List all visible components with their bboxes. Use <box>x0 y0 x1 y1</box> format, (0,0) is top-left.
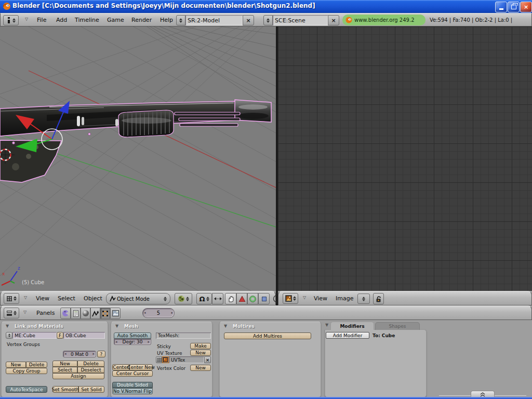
decrement-icon[interactable]: ◂ <box>64 352 66 356</box>
scene-name-field[interactable]: SCE:Scene <box>273 15 328 25</box>
update-lock-button[interactable] <box>373 293 384 304</box>
uvtex-grid-button[interactable] <box>156 356 162 363</box>
panel-collapse-icon[interactable]: ▼ <box>115 324 118 328</box>
screen-name-field[interactable]: SR:2-Model <box>185 15 243 25</box>
translate-manipulator-button[interactable] <box>236 293 247 304</box>
mesh-browse-button[interactable] <box>6 332 12 339</box>
collapse-header-icon[interactable]: ▽ <box>23 310 26 314</box>
object-name-field[interactable]: OB:Cube <box>63 332 105 339</box>
screen-browse-button[interactable] <box>176 15 185 25</box>
logic-context-button[interactable] <box>60 308 71 319</box>
material-help-button[interactable]: ? <box>97 351 105 357</box>
clipped-header-icon[interactable] <box>272 294 276 303</box>
auto-smooth-toggle[interactable]: Auto Smooth <box>114 332 151 339</box>
scale-manipulator-button[interactable] <box>258 293 270 304</box>
editor-type-buttons[interactable] <box>4 308 19 318</box>
3d-viewport[interactable]: x z (5) Cube <box>0 26 276 291</box>
shading-context-button[interactable] <box>81 308 90 319</box>
image-browse-dropdown[interactable] <box>357 294 370 304</box>
panel-title[interactable]: Multires <box>233 324 255 329</box>
menu-panels[interactable]: Panels <box>36 310 55 316</box>
menu-view[interactable]: View <box>36 295 49 302</box>
menu-help[interactable]: Help <box>160 17 173 23</box>
new-vgroup-button[interactable]: New <box>6 362 26 368</box>
taskbar-strip[interactable] <box>0 397 532 399</box>
panel-collapse-icon[interactable]: ▼ <box>6 324 9 328</box>
add-modifier-button[interactable]: Add Modifier <box>326 332 369 339</box>
editing-context-button-active[interactable] <box>100 308 110 319</box>
restore-button[interactable] <box>508 2 520 12</box>
version-badge[interactable]: www.blender.org 249.2 <box>342 15 425 25</box>
panel-title[interactable]: Mesh <box>124 324 138 329</box>
menu-select[interactable]: Select <box>58 295 75 302</box>
mesh-name-field[interactable]: ME:Cube <box>12 332 57 339</box>
material-index-field[interactable]: ◂ 0 Mat 0 ▸ <box>63 351 96 357</box>
tab-modifiers[interactable]: Modifiers <box>330 322 374 330</box>
rotate-manipulator-button[interactable] <box>247 293 258 304</box>
uvtex-name-field[interactable]: UVTex <box>169 356 204 363</box>
delete-vgroup-button[interactable]: Delete <box>26 362 47 368</box>
degrees-field[interactable]: ◂ Degr: 30 ▸ <box>114 339 151 345</box>
increment-icon[interactable]: ▸ <box>148 340 150 344</box>
tab-shapes[interactable]: Shapes <box>375 322 420 330</box>
menu-add[interactable]: Add <box>56 17 67 23</box>
titlebar[interactable]: Blender [C:\Documents and Settings\Joeyy… <box>0 0 532 13</box>
object-context-button[interactable] <box>90 308 100 319</box>
script-context-button[interactable] <box>71 308 81 319</box>
increment-icon[interactable]: ▸ <box>92 352 95 356</box>
set-smooth-button[interactable]: Set Smooth <box>52 386 78 393</box>
decrement-icon[interactable]: ◂ <box>115 340 117 344</box>
center-cursor-button[interactable]: Center Cursor <box>112 370 153 377</box>
new-vertex-color-button[interactable]: New <box>190 365 211 371</box>
set-solid-button[interactable]: Set Solid <box>78 386 104 393</box>
frame-number-field[interactable]: ◂ 5 ▸ <box>142 308 175 318</box>
copy-group-button[interactable]: Copy Group <box>6 368 47 374</box>
menu-object[interactable]: Object <box>84 295 102 302</box>
decrement-icon[interactable]: ◂ <box>144 311 146 315</box>
new-material-button[interactable]: New <box>52 361 77 367</box>
increment-icon[interactable]: ▸ <box>171 311 173 315</box>
assign-button[interactable]: Assign <box>52 373 104 379</box>
no-vnormal-flip-toggle[interactable]: No V.Normal Flip <box>112 388 153 394</box>
panel-title[interactable]: Link and Materials <box>15 324 63 329</box>
center-button[interactable]: Center <box>112 364 129 370</box>
menu-game[interactable]: Game <box>107 17 124 23</box>
editor-type-image[interactable] <box>283 293 298 304</box>
delete-uvtex-button[interactable]: × <box>204 356 211 363</box>
make-sticky-button[interactable]: Make <box>190 343 211 349</box>
autotexspace-toggle[interactable]: AutoTexSpace <box>6 386 47 393</box>
fake-user-button[interactable]: F <box>57 332 63 339</box>
add-multires-button[interactable]: Add Multires <box>224 332 311 339</box>
minimize-button[interactable] <box>495 2 507 12</box>
collapse-header-icon[interactable]: ▽ <box>25 17 28 21</box>
mode-dropdown[interactable]: Object Mode <box>106 293 170 304</box>
menu-file[interactable]: File <box>37 17 46 23</box>
delete-material-button[interactable]: Delete <box>77 361 104 367</box>
screen-delete-button[interactable]: × <box>243 15 254 25</box>
select-button[interactable]: Select <box>52 367 77 373</box>
menu-view[interactable]: View <box>314 295 327 302</box>
draw-type-dropdown[interactable] <box>175 293 192 304</box>
hand-tool-button[interactable] <box>225 293 236 304</box>
uv-image-viewport[interactable] <box>278 26 532 291</box>
editor-type-3dview[interactable] <box>4 293 19 304</box>
pivot-dropdown[interactable]: Ω <box>196 293 212 304</box>
panel-collapse-icon[interactable]: ▼ <box>224 324 227 328</box>
panel-collapse-icon[interactable]: ▼ <box>325 323 328 327</box>
texmesh-field[interactable]: TexMesh: <box>156 332 211 339</box>
scene-browse-button[interactable] <box>263 15 273 25</box>
menu-timeline[interactable]: Timeline <box>75 17 99 23</box>
window-type-selector[interactable] <box>3 15 19 25</box>
new-uv-texture-button[interactable]: New <box>190 350 211 356</box>
scene-delete-button[interactable]: × <box>328 15 339 25</box>
scene-context-button[interactable] <box>110 308 121 319</box>
close-button[interactable]: × <box>520 2 532 12</box>
collapse-header-icon[interactable]: ▽ <box>303 295 306 300</box>
menu-image[interactable]: Image <box>336 295 353 302</box>
center-new-button[interactable]: Center New <box>129 364 153 370</box>
double-sided-toggle[interactable]: Double Sided <box>112 382 153 388</box>
menu-render[interactable]: Render <box>131 17 152 23</box>
uvtex-image-button-active[interactable] <box>162 356 169 363</box>
collapse-header-icon[interactable]: ▽ <box>24 295 27 300</box>
manipulator-toggle[interactable] <box>212 293 223 304</box>
